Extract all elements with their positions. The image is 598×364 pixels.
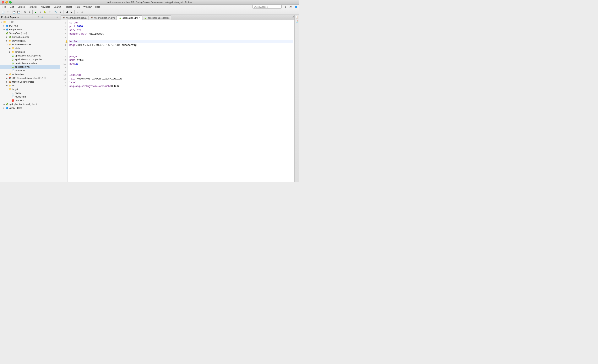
perspective-java-btn[interactable]: ☕ — [288, 5, 293, 9]
maximize-button[interactable] — [9, 1, 12, 4]
tree-item-etfox[interactable]: ▼ 📁 ETFOX — [0, 20, 60, 24]
line-number-gutter: 1 2 3 4 5 6 7 8 9 10 11 12 13 14 — [60, 20, 68, 182]
run-btn[interactable]: ▶ — [33, 10, 38, 14]
tree-item-app-yml[interactable]: ▶ 🍃 application.yml — [0, 65, 60, 69]
panel-action-buttons: ⊟ 🔗 ▾ _ □ × — [37, 16, 59, 19]
menu-run[interactable]: Run — [74, 5, 81, 8]
tree-item-target[interactable]: ▼ 📁 target — [0, 87, 60, 91]
menu-search[interactable]: Search — [52, 5, 63, 8]
toggle-springboot[interactable]: ▼ — [3, 32, 5, 34]
quick-access-input[interactable]: Quick Access — [252, 5, 282, 8]
toggle-pgfast[interactable]: ▶ — [3, 24, 5, 27]
tree-item-maven-deps[interactable]: ▶ 📦 Maven Dependencies — [0, 80, 60, 84]
link-editor-btn[interactable]: 🔗 — [41, 16, 44, 19]
tab-webmvc[interactable]: ☕ WebMvcConfig.java — [61, 15, 88, 20]
tree-item-src-main-resources[interactable]: ▼ 📂 src/main/resources — [0, 42, 60, 46]
ext-tools-btn[interactable]: 🔧 — [54, 10, 58, 14]
toggle-maven-deps[interactable]: ▶ — [6, 81, 8, 83]
tree-item-mvnw[interactable]: ▶ 📄 mvnw — [0, 91, 60, 95]
back-btn[interactable]: ⬅ — [75, 10, 80, 14]
project-explorer-panel: Project Explorer ⊟ 🔗 ▾ _ □ × ▼ 📁 ETFOX — [0, 15, 60, 182]
icon-src-main-java: 📂 — [8, 39, 12, 42]
split-layout: Project Explorer ⊟ 🔗 ▾ _ □ × ▼ 📁 ETFOX — [0, 15, 299, 182]
tree-item-templates[interactable]: ▶ 📁 templates — [0, 50, 60, 54]
run-debug-btn[interactable]: 🐛 — [43, 10, 47, 14]
toggle-static[interactable]: ▶ — [9, 47, 11, 49]
toggle-springboot-autoconfig[interactable]: ▶ — [3, 103, 5, 105]
tree-item-springboot[interactable]: ▼ 🌿 SpringBoot [boot] — [0, 31, 60, 35]
tree-item-jre[interactable]: ▶ 📚 JRE System Library [JavaSE-1.8] — [0, 76, 60, 80]
view-menu-btn[interactable]: ▾ — [44, 16, 48, 19]
forward-btn[interactable]: ➡ — [80, 10, 84, 14]
right-sb-tasks-btn[interactable]: 📋 — [295, 15, 299, 19]
code-content[interactable]: server: port: 8080 servlet: context-path… — [68, 20, 294, 182]
toggle-src-main-java[interactable]: ▶ — [6, 40, 8, 42]
tree-item-java7demo[interactable]: ▶ 🔷 Java7_demo — [0, 106, 60, 110]
prev-edit-btn[interactable]: ◀ — [64, 10, 69, 14]
close-panel-btn[interactable]: × — [55, 16, 59, 19]
tree-item-spring-elements[interactable]: ▶ 🌿 Spring Elements — [0, 35, 60, 39]
tree-item-app-dev[interactable]: ▶ 🍃 application-dev.properties — [0, 54, 60, 57]
next-edit-btn[interactable]: ▶ — [69, 10, 74, 14]
tree-item-mvnwcmd[interactable]: ▶ 📄 mvnw.cmd — [0, 95, 60, 98]
tree-item-pom[interactable]: ▶ 🔴 pom.xml — [0, 98, 60, 102]
tree-item-springboot-autoconfig[interactable]: ▶ 🌿 springboot-autoconfig [boot] — [0, 102, 60, 106]
icon-mvnwcmd: 📄 — [11, 95, 15, 98]
label-mvnwcmd: mvnw.cmd — [15, 96, 26, 98]
tab-close-appyml[interactable]: × — [139, 16, 140, 19]
menu-source[interactable]: Source — [16, 5, 27, 8]
toggle-src-main-resources[interactable]: ▼ — [6, 43, 8, 46]
tree-item-app-props[interactable]: ▶ 🍃 application.properties — [0, 61, 60, 65]
toggle-templates[interactable]: ▶ — [9, 51, 11, 53]
toggle-spring-elements[interactable]: ▶ — [6, 36, 8, 38]
perspective-ee-btn[interactable]: 🔷 — [294, 5, 298, 9]
menu-project[interactable]: Project — [63, 5, 73, 8]
maximize-panel-btn[interactable]: □ — [52, 16, 55, 19]
toggle-java7demo[interactable]: ▶ — [3, 107, 5, 109]
tree-item-static[interactable]: ▶ 📁 static — [0, 46, 60, 50]
menu-help[interactable]: Help — [94, 5, 102, 8]
collapse-all-btn[interactable]: ⊟ — [37, 16, 40, 19]
webmvc-tab-icon: ☕ — [63, 16, 66, 19]
tree-item-pangudemo[interactable]: ▶ 🔷 PanguDemo — [0, 28, 60, 31]
tab-webapp[interactable]: ☕ WebApplication.java — [89, 15, 117, 20]
tab-appyml[interactable]: 🍃 application.yml × — [117, 15, 142, 20]
tree-item-app-prod[interactable]: ▶ 🍃 application-prod.properties — [0, 57, 60, 61]
save-btn[interactable]: 💾 — [12, 10, 16, 14]
new-dd-btn[interactable]: ▾ — [6, 10, 10, 14]
menu-edit[interactable]: Edit — [8, 5, 16, 8]
toggle-pangudemo[interactable]: ▶ — [3, 28, 5, 31]
close-button[interactable] — [2, 1, 4, 4]
menu-navigate[interactable]: Navigate — [39, 5, 51, 8]
run-dd-btn[interactable]: ▾ — [38, 10, 42, 14]
save-all-btn[interactable]: 💾 — [17, 10, 21, 14]
toggle-src[interactable]: ▶ — [6, 84, 8, 87]
editor-maximize-btn[interactable]: □ — [292, 15, 294, 18]
ext-tools-dd-btn[interactable]: ▾ — [58, 10, 63, 14]
toggle-src-test[interactable]: ▶ — [6, 73, 8, 75]
menu-refactor[interactable]: Refactor — [27, 5, 39, 8]
tree-item-banner[interactable]: ▶ 📄 banner.txt — [0, 69, 60, 73]
tree-item-src-test[interactable]: ▶ 📂 src/test/java — [0, 73, 60, 76]
tab-appprops[interactable]: 🍃 application.properties — [142, 15, 172, 20]
line-num-12: 12 — [60, 62, 67, 66]
code-line-18: org.org.springframework.web: DEBUG — [69, 84, 293, 88]
code-editor[interactable]: 1 2 3 4 5 6 7 8 9 10 11 12 13 14 — [60, 20, 294, 182]
toggle-etfox[interactable]: ▼ — [0, 21, 3, 23]
right-sb-outline-btn[interactable]: 📑 — [295, 19, 299, 23]
tree-item-pgfast[interactable]: ▶ 🔷 PGFAST — [0, 24, 60, 28]
menu-file[interactable]: File — [1, 5, 8, 8]
run-debug-dd-btn[interactable]: ▾ — [48, 10, 52, 14]
props-btn[interactable]: ⚙ — [27, 10, 32, 14]
tree-item-src-main-java[interactable]: ▶ 📂 src/main/java — [0, 39, 60, 42]
menu-window[interactable]: Window — [82, 5, 93, 8]
toggle-jre[interactable]: ▶ — [6, 77, 8, 79]
new-btn[interactable]: 📄 — [1, 10, 5, 14]
tree-item-src[interactable]: ▶ 📁 src — [0, 84, 60, 87]
minimize-button[interactable] — [5, 1, 8, 4]
print-btn[interactable]: 🖨 — [22, 10, 27, 14]
perspective-btn[interactable]: ⊞ — [283, 5, 288, 9]
toggle-target[interactable]: ▼ — [6, 88, 8, 90]
editor-minimize-btn[interactable]: _ — [290, 15, 291, 18]
minimize-panel-btn[interactable]: _ — [48, 16, 51, 19]
